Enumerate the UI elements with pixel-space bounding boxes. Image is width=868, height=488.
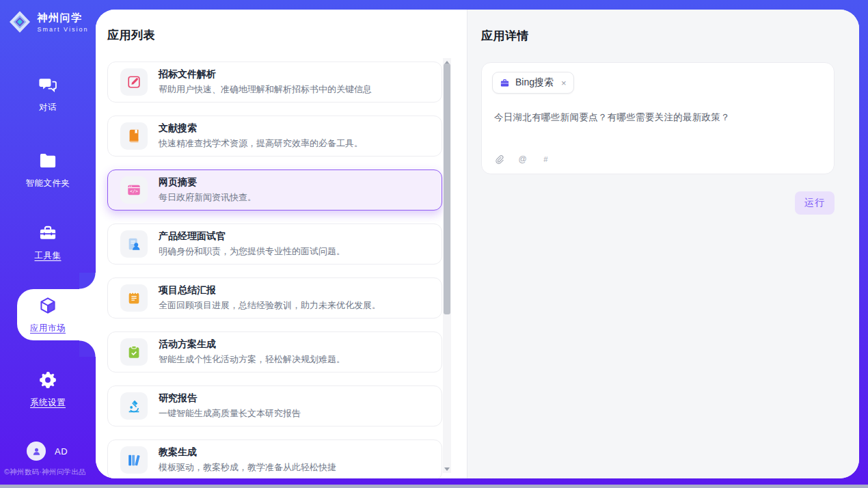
clipboard-check-icon	[120, 338, 148, 366]
sidebar-item-chat[interactable]: 对话	[0, 75, 96, 113]
chat-icon	[38, 75, 57, 94]
copyright-text: ©神州数码·神州问学出品	[4, 467, 100, 477]
app-card-bid-parse[interactable]: 招标文件解析 帮助用户快速、准确地理解和解析招标书中的关键信息	[107, 62, 442, 103]
avatar	[27, 442, 46, 461]
brand-name: 神州问学	[38, 12, 89, 25]
app-card-pm-interviewer[interactable]: 产品经理面试官 明确身份和职责，为您提供专业性的面试问题。	[107, 223, 442, 265]
paperclip-icon[interactable]	[493, 153, 505, 165]
app-detail-title: 应用详情	[481, 28, 835, 44]
app-list: 招标文件解析 帮助用户快速、准确地理解和解析招标书中的关键信息 文献搜索 快速精…	[107, 62, 442, 478]
toolbox-icon	[38, 223, 57, 243]
tool-chip-label: Bing搜索	[515, 77, 554, 89]
list-scrollbar[interactable]	[443, 58, 451, 473]
edit-doc-icon	[120, 68, 148, 96]
app-card-event-plan[interactable]: 活动方案生成 智能生成个性化活动方案，轻松解决规划难题。	[107, 331, 442, 372]
gem-logo-icon	[8, 10, 32, 34]
book-icon	[120, 122, 148, 150]
books-icon	[120, 446, 148, 474]
briefcase-icon	[500, 78, 510, 88]
app-list-panel: 应用列表 招标文件解析 帮助用户快速、准确地理解和解析招标书中的关键信息 文献搜…	[96, 10, 467, 478]
attachment-toolbar: @ #	[493, 153, 552, 165]
app-card-research-report[interactable]: 研究报告 一键智能生成高质量长文本研究报告	[107, 385, 442, 426]
interview-icon	[120, 230, 148, 258]
run-row: 运行	[481, 191, 835, 215]
app-card-literature-search[interactable]: 文献搜索 快速精准查找学术资源，提高研究效率的必备工具。	[107, 116, 442, 157]
scroll-down-arrow-icon[interactable]	[443, 465, 451, 473]
hash-icon[interactable]: #	[539, 153, 552, 165]
svg-text:@: @	[518, 154, 526, 164]
at-icon[interactable]: @	[516, 153, 528, 165]
app-card-project-summary[interactable]: 项目总结汇报 全面回顾项目进展，总结经验教训，助力未来优化发展。	[107, 277, 442, 318]
sidebar-item-market[interactable]: 应用市场	[0, 296, 96, 334]
sidebar-item-tools[interactable]: 工具集	[0, 223, 96, 262]
main-window: 应用列表 招标文件解析 帮助用户快速、准确地理解和解析招标书中的关键信息 文献搜…	[96, 10, 859, 478]
window-bottom-edge	[0, 485, 868, 488]
user-account[interactable]: AD	[0, 442, 96, 461]
scrollbar-thumb[interactable]	[444, 64, 450, 314]
svg-text:#: #	[543, 155, 548, 163]
tool-chip-bing-search[interactable]: Bing搜索 ×	[492, 72, 574, 94]
notepad-icon	[120, 284, 148, 312]
web-code-icon: </>	[120, 176, 148, 204]
query-text[interactable]: 今日湖北有哪些新闻要点？有哪些需要关注的最新政策？	[494, 111, 824, 124]
sidebar-item-folders[interactable]: 智能文件夹	[0, 151, 96, 189]
active-nav-curve-bottom	[79, 340, 96, 357]
user-icon	[31, 446, 42, 457]
cube-icon	[38, 296, 57, 315]
app-detail-panel: 应用详情 Bing搜索 × 今日湖北有哪些新闻要点？有哪些需要关注的最新政策？ …	[467, 10, 859, 478]
sidebar: 神州问学 Smart Vision 对话 智能文件夹 工具集 应用市场 系统设置…	[0, 0, 96, 488]
gear-icon	[38, 370, 57, 390]
app-logo: 神州问学 Smart Vision	[0, 10, 96, 34]
app-card-web-summary[interactable]: </> 网页摘要 每日政府新闻资讯快查。	[107, 170, 442, 211]
user-name: AD	[55, 446, 68, 457]
brand-subtitle: Smart Vision	[38, 26, 89, 33]
app-card-lesson-plan[interactable]: 教案生成 模板驱动，教案秒成，教学准备从此轻松快捷	[107, 439, 442, 478]
active-nav-curve-top	[79, 273, 96, 289]
folder-icon	[38, 151, 57, 170]
sidebar-item-settings[interactable]: 系统设置	[0, 370, 96, 409]
query-editor-card[interactable]: Bing搜索 × 今日湖北有哪些新闻要点？有哪些需要关注的最新政策？ @ #	[481, 62, 835, 174]
close-icon[interactable]: ×	[561, 79, 567, 87]
app-list-title: 应用列表	[107, 27, 467, 43]
research-icon	[120, 392, 148, 420]
run-button[interactable]: 运行	[795, 191, 835, 215]
svg-text:</>: </>	[130, 189, 138, 194]
